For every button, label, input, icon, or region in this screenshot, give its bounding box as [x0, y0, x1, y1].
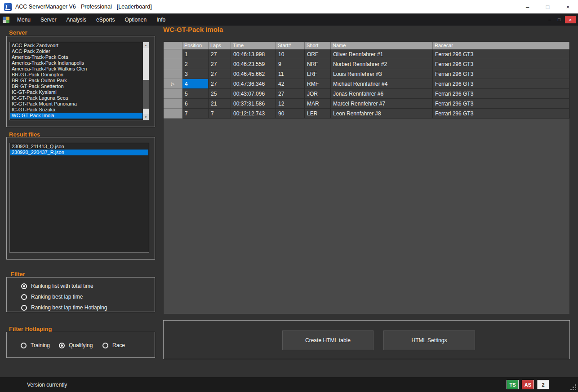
menu-item-optionen[interactable]: Optionen: [120, 13, 151, 26]
column-header-position[interactable]: Position: [182, 42, 209, 49]
scrollbar-thumb[interactable]: [143, 80, 149, 109]
grid-cell[interactable]: 27: [276, 89, 305, 99]
scroll-up-button[interactable]: ▲: [143, 42, 149, 48]
column-header-short[interactable]: Short: [305, 42, 331, 49]
status-badge-as[interactable]: AS: [522, 380, 534, 389]
server-item-america-track-pack-indianapolis[interactable]: America-Track-Pack Indianapolis: [10, 60, 142, 66]
grid-cell[interactable]: LRF: [305, 69, 331, 79]
grid-cell[interactable]: Ferrari 296 GT3: [433, 59, 569, 69]
radio-ranking-list-with-total-time[interactable]: Ranking list with total time: [21, 282, 93, 291]
grid-cell[interactable]: 90: [276, 109, 305, 119]
resize-grip-icon[interactable]: [570, 384, 576, 390]
grid-cell[interactable]: 21: [209, 99, 231, 109]
row-header[interactable]: [164, 109, 182, 119]
grid-cell[interactable]: 27: [209, 59, 231, 69]
grid-cell[interactable]: 6: [182, 99, 209, 109]
grid-cell[interactable]: Ferrari 296 GT3: [433, 99, 569, 109]
grid-cell[interactable]: Ferrari 296 GT3: [433, 79, 569, 89]
result-file-230920-220437-r-json[interactable]: 230920_220437_R.json: [10, 150, 148, 155]
grid-cell[interactable]: 00:46:23.559: [231, 59, 276, 69]
grid-cell[interactable]: Marcel Rennfehrer #7: [331, 99, 433, 109]
grid-cell[interactable]: NRF: [305, 59, 331, 69]
menu-item-info[interactable]: Info: [151, 13, 170, 26]
grid-cell[interactable]: Norbert Rennfahrer #2: [331, 59, 433, 69]
grid-cell[interactable]: Ferrari 296 GT3: [433, 49, 569, 59]
column-header-laps[interactable]: Laps: [209, 42, 231, 49]
grid-cell[interactable]: 27: [209, 79, 231, 89]
create-html-table-button[interactable]: Create HTML table: [282, 330, 373, 350]
menu-item-menu[interactable]: Menu: [12, 13, 36, 26]
column-header-time[interactable]: Time: [231, 42, 276, 49]
mdi-restore-icon[interactable]: □: [556, 17, 563, 22]
maximize-button[interactable]: □: [538, 0, 558, 13]
grid-cell[interactable]: 27: [209, 69, 231, 79]
server-item-br-gt-pack-donington[interactable]: BR-GT-Pack Donington: [10, 72, 142, 78]
server-list-scrollbar[interactable]: ▲ ▼: [143, 42, 149, 120]
grid-cell[interactable]: 00:12:12.743: [231, 109, 276, 119]
grid-cell[interactable]: Michael Rennfahrer #4: [331, 79, 433, 89]
grid-cell[interactable]: Ferrari 296 GT3: [433, 69, 569, 79]
grid-cell[interactable]: 11: [276, 69, 305, 79]
radio-ranking-best-lap-time-hotlaping[interactable]: Ranking best lap time Hotlaping: [21, 303, 107, 312]
mdi-minimize-icon[interactable]: –: [546, 17, 553, 22]
grid-cell[interactable]: 1: [182, 49, 209, 59]
server-item-wc-gt-pack-imola[interactable]: WC-GT-Pack Imola: [10, 113, 142, 119]
grid-cell[interactable]: 9: [276, 59, 305, 69]
grid-cell[interactable]: 3: [182, 69, 209, 79]
column-header-start[interactable]: Start#: [276, 42, 305, 49]
radio-race[interactable]: Race: [102, 341, 125, 350]
row-header[interactable]: [164, 99, 182, 109]
grid-cell[interactable]: 00:46:13.998: [231, 49, 276, 59]
grid-cell[interactable]: JOR: [305, 89, 331, 99]
scroll-down-button[interactable]: ▼: [143, 114, 149, 120]
server-item-ic-gt-pack-mount-panorama[interactable]: IC-GT-Pack Mount Panorama: [10, 101, 142, 107]
grid-cell[interactable]: Ferrari 296 GT3: [433, 109, 569, 119]
server-item-america-track-pack-watkins-glen[interactable]: America-Track-Pack Watkins Glen: [10, 66, 142, 72]
row-header[interactable]: [164, 59, 182, 69]
radio-qualifying[interactable]: Qualifying: [59, 341, 93, 350]
server-item-br-gt-pack-snetterton[interactable]: BR-GT-Pack Snetterton: [10, 84, 142, 89]
grid-cell[interactable]: 5: [182, 89, 209, 99]
grid-cell[interactable]: 10: [276, 49, 305, 59]
grid-cell[interactable]: 00:37:31.586: [231, 99, 276, 109]
status-badge-2[interactable]: 2: [537, 380, 549, 389]
grid-cell[interactable]: 00:47:36.346: [231, 79, 276, 89]
grid-cell[interactable]: 25: [209, 89, 231, 99]
server-item-ic-gt-pack-kyalami[interactable]: IC-GT-Pack Kyalami: [10, 89, 142, 95]
grid-cell[interactable]: Oliver Rennfahrer #1: [331, 49, 433, 59]
row-header[interactable]: ▷: [164, 79, 182, 89]
grid-cell[interactable]: 00:46:45.662: [231, 69, 276, 79]
grid-cell[interactable]: LER: [305, 109, 331, 119]
server-item-acc-pack-zolder[interactable]: ACC-Pack Zolder: [10, 48, 142, 54]
menu-item-analysis[interactable]: Analysis: [61, 13, 91, 26]
grid-cell[interactable]: Jonas Rennfahrer #6: [331, 89, 433, 99]
html-settings-button[interactable]: HTML Settings: [383, 330, 475, 350]
server-item-ic-gt-pack-suzuka[interactable]: IC-GT-Pack Suzuka: [10, 107, 142, 113]
grid-cell[interactable]: 00:43:07.096: [231, 89, 276, 99]
scrollbar-track[interactable]: [143, 48, 149, 114]
grid-cell[interactable]: MAR: [305, 99, 331, 109]
row-header[interactable]: [164, 49, 182, 59]
server-item-ic-gt-pack-laguna-seca[interactable]: IC-GT-Pack Laguna Seca: [10, 95, 142, 101]
server-item-br-gt-pack-oulton-park[interactable]: BR-GT-Pack Oulton Park: [10, 78, 142, 84]
menu-item-server[interactable]: Server: [36, 13, 61, 26]
mdi-close-button[interactable]: ×: [565, 16, 576, 23]
minimize-button[interactable]: –: [517, 0, 538, 13]
grid-cell[interactable]: 42: [276, 79, 305, 89]
grid-cell[interactable]: Leon Rennfahrer #8: [331, 109, 433, 119]
grid-cell[interactable]: 7: [209, 109, 231, 119]
menu-item-esports[interactable]: eSports: [91, 13, 120, 26]
server-item-acc-pack-zandvoort[interactable]: ACC-Pack Zandvoort: [10, 43, 142, 48]
grid-cell[interactable]: 27: [209, 49, 231, 59]
row-header[interactable]: [164, 69, 182, 79]
radio-ranking-best-lap-time[interactable]: Ranking best lap time: [21, 292, 83, 301]
close-button[interactable]: ×: [558, 0, 578, 13]
grid-cell[interactable]: 7: [182, 109, 209, 119]
grid-cell[interactable]: RMF: [305, 79, 331, 89]
grid-cell[interactable]: Ferrari 296 GT3: [433, 89, 569, 99]
status-badge-ts[interactable]: TS: [507, 380, 519, 389]
server-item-america-track-pack-cota[interactable]: America-Track-Pack Cota: [10, 54, 142, 60]
result-file-230920-211413-q-json[interactable]: 230920_211413_Q.json: [10, 144, 148, 150]
grid-cell[interactable]: Louis Rennfehrer #3: [331, 69, 433, 79]
column-header-name[interactable]: Name: [331, 42, 433, 49]
